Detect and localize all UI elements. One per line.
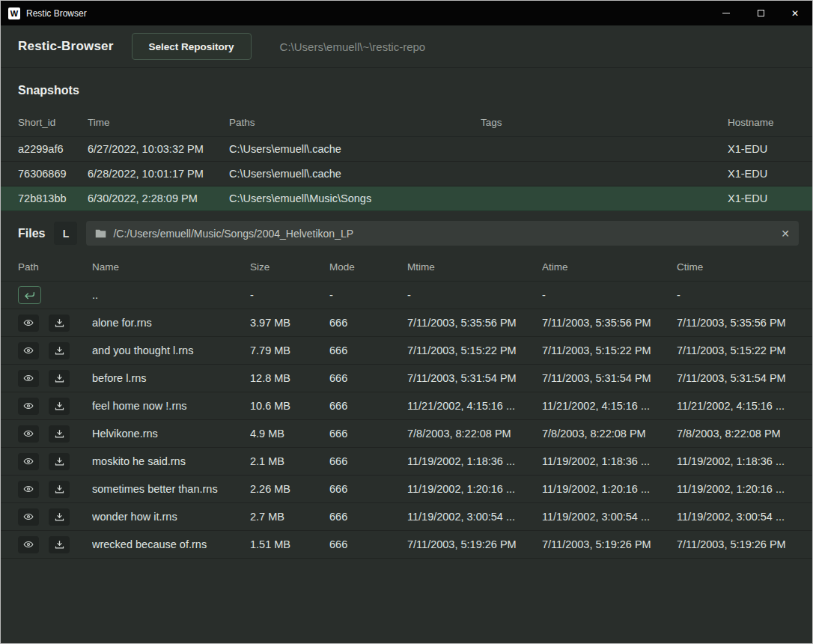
file-mtime: 11/21/2002, 4:15:16 ...: [407, 400, 542, 412]
snapshots-title: Snapshots: [18, 84, 79, 97]
file-row: alone for.rns 3.97 MB 666 7/11/2003, 5:3…: [1, 309, 812, 337]
preview-file-button[interactable]: [18, 315, 39, 332]
clear-path-button[interactable]: ✕: [781, 228, 790, 240]
preview-file-button[interactable]: [18, 508, 39, 526]
select-repository-button[interactable]: Select Repository: [132, 33, 252, 60]
file-row: sometimes better than.rns 2.26 MB 666 11…: [1, 476, 812, 503]
file-mode: 666: [329, 483, 407, 495]
file-mode: 666: [329, 344, 407, 356]
file-mtime: 11/19/2002, 3:00:54 ...: [407, 511, 542, 523]
preview-file-button[interactable]: [18, 453, 39, 470]
close-button[interactable]: ✕: [778, 1, 812, 25]
file-atime: 7/11/2003, 5:35:56 PM: [542, 317, 677, 329]
file-mtime: 11/19/2002, 1:18:36 ...: [407, 455, 542, 467]
file-name: before l.rns: [92, 372, 250, 384]
files-title: Files: [18, 227, 45, 240]
file-atime: 7/8/2003, 8:22:08 PM: [542, 428, 677, 440]
column-name: Name: [92, 261, 250, 273]
file-row: and you thought l.rns 7.79 MB 666 7/11/2…: [1, 337, 812, 365]
download-file-button[interactable]: [49, 370, 70, 387]
snapshot-paths: C:\Users\emuell\.cache: [229, 168, 481, 180]
snapshot-short-id: 72b813bb: [18, 192, 88, 204]
column-path: Path: [18, 261, 92, 273]
preview-file-button[interactable]: [18, 536, 39, 553]
download-file-button[interactable]: [49, 425, 70, 443]
preview-file-button[interactable]: [18, 398, 39, 415]
snapshot-row[interactable]: a2299af6 6/27/2022, 10:03:32 PM C:\Users…: [1, 137, 812, 162]
file-ctime: 7/11/2003, 5:15:22 PM: [677, 344, 795, 356]
eye-icon: [22, 345, 34, 356]
file-row: before l.rns 12.8 MB 666 7/11/2003, 5:31…: [1, 365, 812, 392]
go-to-parent-button[interactable]: [18, 286, 41, 304]
file-name: Helvikone.rns: [92, 428, 250, 440]
preview-file-button[interactable]: [18, 370, 39, 387]
snapshot-paths: C:\Users\emuell\Music\Songs: [229, 192, 481, 204]
parent-dir-row[interactable]: .. - - - - -: [1, 282, 812, 309]
download-icon: [54, 456, 65, 467]
window-controls: ✕: [709, 1, 812, 25]
download-file-button[interactable]: [49, 342, 70, 359]
file-path-bar[interactable]: /C:/Users/emuell/Music/Songs/2004_Helvet…: [86, 221, 799, 246]
list-mode-button[interactable]: L: [54, 222, 77, 245]
file-name: wonder how it.rns: [92, 511, 250, 523]
file-ctime: 7/11/2003, 5:19:26 PM: [677, 538, 795, 550]
file-mode: 666: [329, 428, 407, 440]
snapshot-hostname: X1-EDU: [728, 192, 795, 204]
download-file-button[interactable]: [49, 508, 70, 526]
file-mtime: 7/11/2003, 5:35:56 PM: [407, 317, 542, 329]
file-mode: 666: [329, 538, 407, 550]
file-size: 12.8 MB: [250, 372, 329, 384]
snapshot-hostname: X1-EDU: [728, 143, 795, 155]
file-size: 2.7 MB: [250, 511, 329, 523]
file-ctime: 7/11/2003, 5:35:56 PM: [677, 317, 795, 329]
eye-icon: [22, 539, 34, 550]
eye-icon: [22, 318, 34, 328]
parent-arrow-icon: [24, 290, 36, 300]
maximize-icon: [758, 10, 764, 16]
download-icon: [54, 345, 65, 356]
file-ctime: 11/19/2002, 1:18:36 ...: [677, 455, 795, 467]
file-atime: 7/11/2003, 5:19:26 PM: [542, 538, 677, 550]
file-ctime: 11/19/2002, 1:20:16 ...: [677, 483, 795, 495]
file-atime: 7/11/2003, 5:15:22 PM: [542, 344, 677, 356]
download-file-button[interactable]: [49, 315, 70, 332]
snapshot-row-selected[interactable]: 72b813bb 6/30/2022, 2:28:09 PM C:\Users\…: [1, 186, 812, 211]
column-ctime: Ctime: [677, 261, 795, 273]
file-atime: 11/21/2002, 4:15:16 ...: [542, 400, 677, 412]
maximize-button[interactable]: [743, 1, 778, 25]
file-name: moskito he said.rns: [92, 455, 250, 467]
minimize-button[interactable]: [709, 1, 743, 25]
file-mtime: -: [407, 289, 542, 301]
file-size: 2.1 MB: [250, 455, 329, 467]
file-mode: 666: [329, 372, 407, 384]
file-row: Helvikone.rns 4.9 MB 666 7/8/2003, 8:22:…: [1, 420, 812, 448]
file-size: 4.9 MB: [250, 428, 329, 440]
file-mode: 666: [329, 455, 407, 467]
column-tags: Tags: [481, 117, 728, 128]
file-mtime: 7/11/2003, 5:31:54 PM: [407, 372, 542, 384]
app-window: W Restic Browser ✕ Restic-Browser Select…: [0, 0, 813, 644]
download-icon: [54, 428, 65, 440]
file-mode: 666: [329, 511, 407, 523]
download-file-button[interactable]: [49, 481, 70, 498]
preview-file-button[interactable]: [18, 342, 39, 359]
eye-icon: [22, 511, 34, 522]
snapshots-section-header: Snapshots: [1, 68, 812, 109]
file-name: wrecked because of.rns: [92, 538, 250, 550]
snapshot-row[interactable]: 76306869 6/28/2022, 10:01:17 PM C:\Users…: [1, 162, 812, 186]
download-icon: [54, 511, 65, 523]
eye-icon: [22, 428, 34, 439]
download-file-button[interactable]: [49, 398, 70, 415]
column-time: Time: [88, 117, 229, 128]
file-name: ..: [92, 289, 250, 301]
preview-file-button[interactable]: [18, 481, 39, 498]
preview-file-button[interactable]: [18, 425, 39, 443]
download-file-button[interactable]: [49, 453, 70, 470]
file-name: and you thought l.rns: [92, 344, 250, 356]
eye-icon: [22, 484, 34, 494]
file-name: alone for.rns: [92, 317, 250, 329]
download-file-button[interactable]: [49, 536, 70, 553]
file-atime: 11/19/2002, 1:18:36 ...: [542, 455, 677, 467]
file-mtime: 7/11/2003, 5:19:26 PM: [407, 538, 542, 550]
file-mtime: 11/19/2002, 1:20:16 ...: [407, 483, 542, 495]
